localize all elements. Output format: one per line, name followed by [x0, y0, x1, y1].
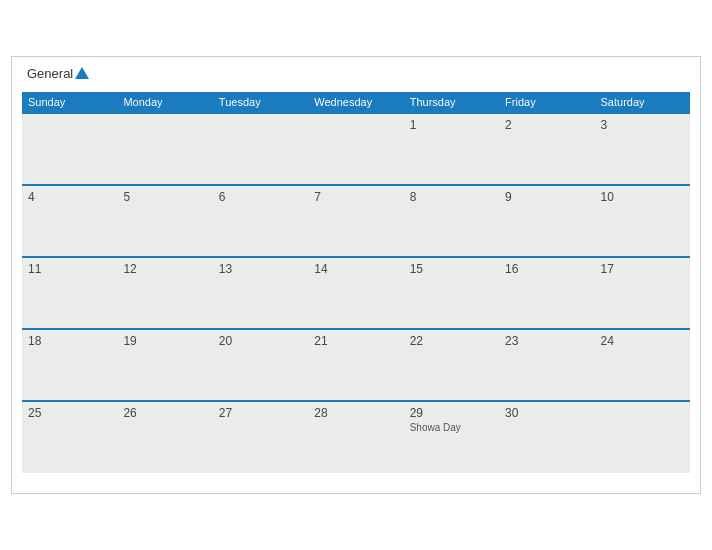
- calendar-cell: 23: [499, 329, 594, 401]
- calendar-cell: 25: [22, 401, 117, 473]
- weekday-header: Monday: [117, 92, 212, 113]
- day-number: 21: [314, 334, 397, 348]
- day-number: 16: [505, 262, 588, 276]
- calendar-cell: 26: [117, 401, 212, 473]
- calendar-week-row: 45678910: [22, 185, 690, 257]
- weekday-header-row: SundayMondayTuesdayWednesdayThursdayFrid…: [22, 92, 690, 113]
- day-number: 8: [410, 190, 493, 204]
- day-number: 3: [601, 118, 684, 132]
- calendar-cell: 17: [595, 257, 690, 329]
- calendar-cell: 20: [213, 329, 308, 401]
- day-number: 5: [123, 190, 206, 204]
- weekday-header: Friday: [499, 92, 594, 113]
- calendar-cell: 19: [117, 329, 212, 401]
- day-number: 20: [219, 334, 302, 348]
- calendar-cell-empty: [117, 113, 212, 185]
- calendar-cell: 7: [308, 185, 403, 257]
- day-number: 10: [601, 190, 684, 204]
- calendar-cell: 6: [213, 185, 308, 257]
- calendar-cell: 2: [499, 113, 594, 185]
- calendar-header: General: [22, 67, 690, 81]
- day-number: 30: [505, 406, 588, 420]
- logo: General: [27, 67, 89, 81]
- calendar-cell-empty: [595, 401, 690, 473]
- weekday-header: Thursday: [404, 92, 499, 113]
- weekday-header: Tuesday: [213, 92, 308, 113]
- day-number: 6: [219, 190, 302, 204]
- calendar-cell-empty: [213, 113, 308, 185]
- calendar-cell: 16: [499, 257, 594, 329]
- calendar-week-row: 18192021222324: [22, 329, 690, 401]
- calendar-grid: SundayMondayTuesdayWednesdayThursdayFrid…: [22, 92, 690, 473]
- calendar-cell: 5: [117, 185, 212, 257]
- calendar-cell: 14: [308, 257, 403, 329]
- calendar-week-row: 11121314151617: [22, 257, 690, 329]
- calendar-cell: 24: [595, 329, 690, 401]
- calendar-cell: 18: [22, 329, 117, 401]
- day-number: 23: [505, 334, 588, 348]
- day-number: 15: [410, 262, 493, 276]
- calendar-cell: 1: [404, 113, 499, 185]
- weekday-header: Saturday: [595, 92, 690, 113]
- day-number: 13: [219, 262, 302, 276]
- calendar-cell: 8: [404, 185, 499, 257]
- calendar-cell: 10: [595, 185, 690, 257]
- day-number: 28: [314, 406, 397, 420]
- day-number: 19: [123, 334, 206, 348]
- day-number: 12: [123, 262, 206, 276]
- day-number: 17: [601, 262, 684, 276]
- day-number: 1: [410, 118, 493, 132]
- weekday-header: Wednesday: [308, 92, 403, 113]
- day-number: 24: [601, 334, 684, 348]
- day-number: 7: [314, 190, 397, 204]
- calendar-cell: 9: [499, 185, 594, 257]
- day-number: 29: [410, 406, 493, 420]
- calendar-week-row: 123: [22, 113, 690, 185]
- calendar-cell: 4: [22, 185, 117, 257]
- calendar-container: General SundayMondayTuesdayWednesdayThur…: [11, 56, 701, 493]
- calendar-cell: 11: [22, 257, 117, 329]
- weekday-header: Sunday: [22, 92, 117, 113]
- day-number: 25: [28, 406, 111, 420]
- calendar-cell: 15: [404, 257, 499, 329]
- calendar-cell: 29Showa Day: [404, 401, 499, 473]
- day-number: 4: [28, 190, 111, 204]
- calendar-cell: 30: [499, 401, 594, 473]
- day-number: 26: [123, 406, 206, 420]
- calendar-cell: 13: [213, 257, 308, 329]
- calendar-cell: 22: [404, 329, 499, 401]
- day-number: 2: [505, 118, 588, 132]
- day-number: 18: [28, 334, 111, 348]
- day-number: 9: [505, 190, 588, 204]
- logo-general-text: General: [27, 67, 89, 81]
- day-number: 27: [219, 406, 302, 420]
- calendar-cell: 3: [595, 113, 690, 185]
- calendar-cell: 27: [213, 401, 308, 473]
- calendar-cell: 21: [308, 329, 403, 401]
- calendar-cell-empty: [22, 113, 117, 185]
- calendar-cell-empty: [308, 113, 403, 185]
- day-number: 22: [410, 334, 493, 348]
- day-number: 11: [28, 262, 111, 276]
- day-number: 14: [314, 262, 397, 276]
- event-label: Showa Day: [410, 422, 493, 433]
- logo-triangle-icon: [75, 67, 89, 79]
- calendar-cell: 28: [308, 401, 403, 473]
- calendar-week-row: 2526272829Showa Day30: [22, 401, 690, 473]
- calendar-cell: 12: [117, 257, 212, 329]
